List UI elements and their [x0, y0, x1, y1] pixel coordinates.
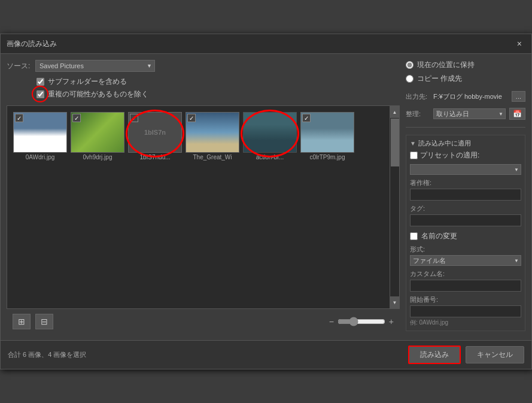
sort-select-wrapper: 取り込み日 — [433, 108, 506, 119]
dialog-body: ソース: Saved Pictures サブフォルダーを含める 重複の可能性があ… — [1, 54, 531, 340]
duplicate-checkbox-row: 重複の可能性があるものを除く — [37, 89, 400, 99]
thumbnail-image — [71, 112, 124, 153]
dialog-footer: 合計 6 画像、4 画像を選択 読み込み キャンセル — [1, 340, 531, 369]
subfolder-checkbox[interactable] — [37, 78, 44, 86]
copyright-label: 著作権: — [410, 178, 521, 187]
thumb-checkbox — [130, 114, 138, 122]
thumbnail-image — [243, 112, 297, 153]
source-label: ソース: — [7, 61, 31, 71]
calendar-button[interactable]: 📅 — [509, 108, 525, 120]
format-label: 形式: — [410, 245, 521, 254]
bottom-toolbar: ⊞ ⊟ − + — [7, 309, 400, 334]
output-row: 出力先: F:¥ブログ hobby-movie ... — [406, 91, 525, 102]
preset-label: プリセットの適用: — [420, 150, 479, 160]
zoom-slider-area: − + — [329, 317, 394, 326]
output-browse-button[interactable]: ... — [512, 91, 525, 102]
zoom-slider[interactable] — [338, 317, 385, 326]
cancel-button[interactable]: キャンセル — [466, 346, 524, 363]
close-button[interactable]: × — [513, 38, 525, 50]
sort-label: 整理: — [406, 110, 430, 119]
thumb-filename: action-br... — [256, 154, 284, 160]
right-panel: 現在の位置に保持 コピー 作成先 出力先: F:¥ブログ hobby-movie… — [406, 60, 525, 334]
section-arrow-icon: ▼ — [410, 140, 416, 147]
thumbnail-area: 0AWdri.jpg 0vh9drj.jpg 1bIS7n — [7, 105, 400, 309]
left-panel: ソース: Saved Pictures サブフォルダーを含める 重複の可能性があ… — [7, 60, 400, 334]
source-row: ソース: Saved Pictures — [7, 60, 400, 72]
thumbnail-item[interactable]: 0vh9drj.jpg — [71, 112, 124, 160]
preset-row: プリセットの適用: — [410, 150, 521, 160]
thumb-checkbox — [72, 114, 81, 122]
output-value: F:¥ブログ hobby-movie — [433, 92, 508, 101]
custom-name-input[interactable] — [410, 280, 521, 292]
radio-keep-label: 現在の位置に保持 — [417, 60, 475, 70]
copyright-input[interactable] — [410, 189, 521, 201]
thumb-filename: 1bIS7ndu... — [139, 154, 170, 160]
zoom-minus-icon: − — [329, 317, 334, 326]
thumb-filename: The_Great_Wi — [193, 154, 232, 160]
custom-name-label: カスタム名: — [410, 269, 521, 278]
thumbnail-image: 1bIS7n — [128, 112, 182, 153]
radio-copy[interactable] — [406, 75, 414, 83]
start-number-label: 開始番号: — [410, 295, 521, 304]
example-label: 例: 0AWdri.jpg — [410, 319, 521, 327]
preset-select[interactable] — [410, 164, 521, 175]
start-number-input[interactable]: 1 — [410, 305, 521, 317]
thumbnail-item[interactable]: The_Great_Wi — [186, 112, 239, 160]
rename-checkbox[interactable] — [410, 232, 418, 240]
scrollbar: ▲ ▼ — [390, 106, 399, 308]
zoom-plus-icon: + — [389, 317, 394, 326]
source-select[interactable]: Saved Pictures — [35, 60, 155, 72]
thumb-checkbox — [187, 114, 196, 122]
scroll-thumb[interactable] — [391, 119, 399, 166]
section-header: ▼ 読み込み中に適用 — [410, 139, 521, 148]
radio-keep-row: 現在の位置に保持 — [406, 60, 525, 70]
scroll-down-button[interactable]: ▼ — [390, 296, 400, 308]
output-label: 出力先: — [406, 92, 430, 101]
sort-row: 整理: 取り込み日 📅 — [406, 108, 525, 120]
section-title: 読み込み中に適用 — [418, 139, 471, 148]
thumbnail-item[interactable]: c0lrTP9m.jpg — [300, 112, 354, 160]
apply-section: ▼ 読み込み中に適用 プリセットの適用: 著作権: タグ: — [406, 135, 525, 331]
tags-input[interactable] — [410, 214, 521, 226]
thumb-filename: 0AWdri.jpg — [26, 154, 55, 160]
grid-view-button[interactable]: ⊞ — [13, 314, 31, 329]
preset-select-wrapper — [410, 164, 521, 175]
thumb-checkbox — [302, 114, 311, 122]
scroll-track — [390, 118, 400, 296]
thumb-filename: 0vh9drj.jpg — [83, 154, 113, 160]
format-select-wrapper: ファイル名 — [410, 255, 521, 266]
rename-row: 名前の変更 — [410, 231, 521, 241]
top-right: 現在の位置に保持 コピー 作成先 出力先: F:¥ブログ hobby-movie… — [406, 60, 525, 120]
duplicate-checkbox[interactable] — [37, 90, 44, 98]
duplicate-label: 重複の可能性があるものを除く — [48, 89, 148, 99]
radio-copy-row: コピー 作成先 — [406, 74, 525, 84]
compare-view-button[interactable]: ⊟ — [35, 314, 53, 329]
thumbnail-image — [300, 112, 354, 153]
thumbnail-item[interactable]: 0AWdri.jpg — [13, 112, 67, 160]
rename-label: 名前の変更 — [421, 231, 457, 241]
subfolder-label: サブフォルダーを含める — [48, 77, 127, 87]
scroll-up-button[interactable]: ▲ — [390, 106, 400, 118]
thumbnail-grid: 0AWdri.jpg 0vh9drj.jpg 1bIS7n — [7, 106, 399, 308]
format-select[interactable]: ファイル名 — [410, 255, 521, 266]
thumb-checkbox — [15, 114, 23, 122]
title-bar: 画像の読み込み × — [1, 34, 531, 54]
subfolder-checkbox-row: サブフォルダーを含める — [37, 77, 400, 87]
sort-select[interactable]: 取り込み日 — [433, 108, 506, 119]
toolbar-left: ⊞ ⊟ — [13, 314, 53, 329]
footer-info: 合計 6 画像、4 画像を選択 — [8, 350, 86, 359]
preset-checkbox[interactable] — [410, 151, 418, 159]
thumb-filename: c0lrTP9m.jpg — [310, 154, 345, 160]
thumbnail-item[interactable]: action-br... — [243, 112, 297, 160]
footer-buttons: 読み込み キャンセル — [408, 346, 524, 364]
import-dialog: 画像の読み込み × ソース: Saved Pictures サブフォルダーを含め… — [0, 34, 532, 369]
import-button[interactable]: 読み込み — [408, 346, 461, 364]
radio-keep[interactable] — [406, 61, 414, 69]
tags-label: タグ: — [410, 204, 521, 213]
thumbnail-item[interactable]: 1bIS7n 1bIS7ndu... — [128, 112, 182, 160]
thumbnail-image — [186, 112, 239, 153]
thumbnail-image — [13, 112, 67, 153]
divider — [406, 127, 525, 128]
radio-copy-label: コピー 作成先 — [417, 74, 462, 84]
source-select-wrapper: Saved Pictures — [35, 60, 155, 72]
